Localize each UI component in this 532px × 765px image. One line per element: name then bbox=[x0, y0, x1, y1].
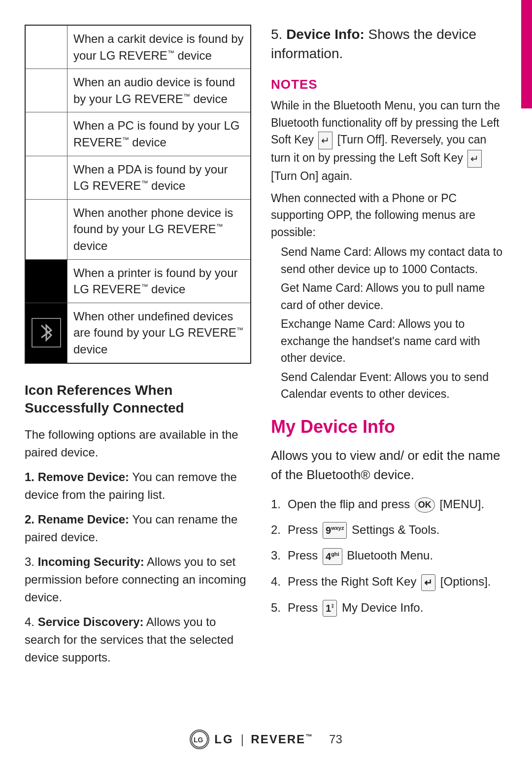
left-column: When a carkit device is found by your LG… bbox=[25, 25, 251, 673]
notes-para-1: While in the Bluetooth Menu, you can tur… bbox=[271, 97, 507, 184]
icon-cell-audio bbox=[25, 69, 67, 112]
step-4-text: Press the Right Soft Key ↵ [Options]. bbox=[288, 573, 491, 591]
icon-refs-heading: Icon References When Successfully Connec… bbox=[25, 382, 251, 417]
step-3-text: Press 4ghi Bluetooth Menu. bbox=[288, 547, 433, 565]
step-5-num: 5. bbox=[271, 599, 285, 617]
intro-text: The following options are available in t… bbox=[25, 426, 251, 461]
table-row: When a PC is found by your LG REVERE™ de… bbox=[25, 112, 251, 156]
lg-logo-circle: LG bbox=[190, 730, 209, 749]
options-list: 1. Remove Device: You can remove the dev… bbox=[25, 468, 251, 666]
key-9-icon: 9wxyz bbox=[323, 522, 347, 539]
notes-get-name: Get Name Card: Allows you to pull name c… bbox=[281, 279, 507, 313]
footer-model-name: REVERE™ bbox=[251, 732, 313, 746]
list-item-4-bold: Service Discovery: bbox=[38, 615, 144, 628]
list-item-2: 2. Rename Device: You can rename the pai… bbox=[25, 511, 251, 546]
table-cell-carkit: When a carkit device is found by your LG… bbox=[67, 25, 251, 69]
table-row: When another phone device is found by yo… bbox=[25, 199, 251, 259]
icon-cell-carkit bbox=[25, 25, 67, 69]
bluetooth-icon bbox=[32, 318, 61, 348]
step-2: 2. Press 9wxyz Settings & Tools. bbox=[271, 521, 507, 539]
page-number: 73 bbox=[329, 732, 342, 746]
footer-divider: | bbox=[241, 732, 244, 747]
notes-label: NOTES bbox=[271, 77, 507, 92]
left-softkey-icon-2: ↵ bbox=[467, 150, 482, 168]
icon-cell-pc bbox=[25, 112, 67, 156]
footer-lg-text: LG bbox=[214, 732, 233, 746]
icon-cell-printer bbox=[25, 259, 67, 303]
page-footer: LG LG | REVERE™ 73 bbox=[0, 730, 532, 749]
my-device-intro: Allows you to view and/ or edit the name… bbox=[271, 446, 507, 485]
my-device-steps: 1. Open the flip and press OK [MENU]. 2.… bbox=[271, 495, 507, 617]
my-device-heading: My Device Info bbox=[271, 417, 507, 437]
list-item-1: 1. Remove Device: You can remove the dev… bbox=[25, 468, 251, 504]
step-3: 3. Press 4ghi Bluetooth Menu. bbox=[271, 547, 507, 565]
key-4-icon: 4ghi bbox=[323, 548, 342, 565]
list-item-3: 3. Incoming Security: Allows you to set … bbox=[25, 553, 251, 606]
step-5-text: Press 1‡ My Device Info. bbox=[288, 599, 423, 617]
svg-text:LG: LG bbox=[194, 736, 203, 744]
list-item-2-bold: 2. Rename Device: bbox=[25, 513, 129, 526]
list-item-1-bold: 1. Remove Device: bbox=[25, 470, 129, 484]
table-cell-phone: When another phone device is found by yo… bbox=[67, 199, 251, 259]
table-cell-undefined: When other undefined devices are found b… bbox=[67, 303, 251, 363]
step-3-num: 3. bbox=[271, 547, 285, 564]
notes-calendar: Send Calendar Event: Allows you to send … bbox=[281, 369, 507, 403]
step-1-text: Open the flip and press OK [MENU]. bbox=[288, 495, 484, 513]
step-2-num: 2. bbox=[271, 521, 285, 539]
notes-exchange: Exchange Name Card: Allows you to exchan… bbox=[281, 315, 507, 367]
table-cell-pc: When a PC is found by your LG REVERE™ de… bbox=[67, 112, 251, 156]
step-1: 1. Open the flip and press OK [MENU]. bbox=[271, 495, 507, 513]
key-1-icon: 1‡ bbox=[323, 600, 337, 617]
list-item-4: 4. Service Discovery: Allows you to sear… bbox=[25, 613, 251, 666]
notes-text: While in the Bluetooth Menu, you can tur… bbox=[271, 97, 507, 402]
table-row: When other undefined devices are found b… bbox=[25, 303, 251, 363]
notes-para-2: When connected with a Phone or PC suppor… bbox=[271, 190, 507, 241]
table-cell-audio: When an audio device is found by your LG… bbox=[67, 69, 251, 112]
ok-key-icon: OK bbox=[415, 497, 435, 513]
step5-bold: Device Info: bbox=[286, 27, 365, 42]
accent-bar bbox=[521, 0, 532, 108]
page-container: When a carkit device is found by your LG… bbox=[0, 0, 532, 765]
icon-reference-table: When a carkit device is found by your LG… bbox=[25, 25, 251, 364]
step-2-text: Press 9wxyz Settings & Tools. bbox=[288, 521, 439, 539]
icon-cell-pda bbox=[25, 156, 67, 199]
step-4-num: 4. bbox=[271, 573, 285, 591]
table-row: When an audio device is found by your LG… bbox=[25, 69, 251, 112]
icon-cell-phone bbox=[25, 199, 67, 259]
table-cell-printer: When a printer is found by your LG REVER… bbox=[67, 259, 251, 303]
step-5: 5. Press 1‡ My Device Info. bbox=[271, 599, 507, 617]
list-item-3-bold: Incoming Security: bbox=[38, 555, 144, 568]
right-softkey-icon: ↵ bbox=[421, 574, 435, 591]
step-1-num: 1. bbox=[271, 495, 285, 513]
icon-cell-bluetooth bbox=[25, 303, 67, 363]
right-column: 5. Device Info: Shows the device informa… bbox=[271, 25, 507, 673]
step-4: 4. Press the Right Soft Key ↵ [Options]. bbox=[271, 573, 507, 591]
footer-logo: LG LG bbox=[190, 730, 233, 749]
table-row: When a carkit device is found by your LG… bbox=[25, 25, 251, 69]
step5-text: 5. Device Info: Shows the device informa… bbox=[271, 25, 507, 63]
notes-send-name: Send Name Card: Allows my contact data t… bbox=[281, 243, 507, 278]
table-row: When a PDA is found by your LG REVERE™ d… bbox=[25, 156, 251, 199]
content-wrapper: When a carkit device is found by your LG… bbox=[25, 25, 507, 673]
table-cell-pda: When a PDA is found by your LG REVERE™ d… bbox=[67, 156, 251, 199]
left-softkey-icon: ↵ bbox=[318, 132, 332, 149]
table-row: When a printer is found by your LG REVER… bbox=[25, 259, 251, 303]
